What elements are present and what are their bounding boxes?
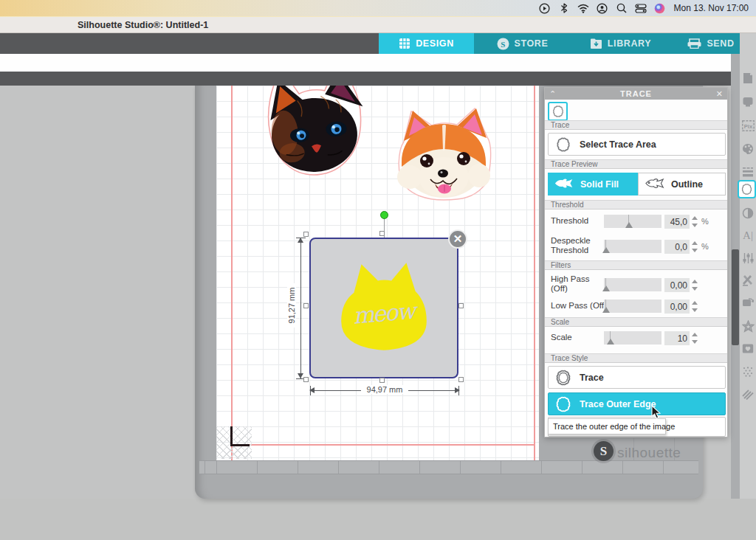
trace-style-trace-button[interactable]: Trace <box>548 366 726 389</box>
deselect-close-icon[interactable]: ✕ <box>448 229 467 249</box>
macos-menu-bar: Mon 13. Nov 17:00 <box>0 0 756 16</box>
trace-outer-edge-button[interactable]: Trace Outer Edge <box>548 392 726 415</box>
selection-handle-mid-right[interactable] <box>458 303 464 308</box>
scale-row: Scale 10 <box>545 331 727 349</box>
send-printer-icon <box>687 38 701 49</box>
tab-send-label: SEND <box>707 38 734 49</box>
wifi-icon[interactable] <box>574 0 593 16</box>
tab-library[interactable]: LIBRARY <box>574 33 667 54</box>
solid-fish-icon <box>554 178 576 191</box>
high-pass-slider[interactable] <box>604 278 662 291</box>
tab-design[interactable]: DESIGN <box>379 33 474 54</box>
scale-slider[interactable] <box>604 331 662 345</box>
selection-handle-top-mid[interactable] <box>379 231 385 236</box>
mouse-cursor <box>651 405 661 419</box>
low-pass-stepper[interactable] <box>692 300 698 313</box>
panel-close-icon[interactable]: ✕ <box>716 88 723 100</box>
window-title-bar[interactable]: Silhouette Studio®: Untitled-1 <box>0 16 756 33</box>
tab-store-label: STORE <box>515 38 549 49</box>
selection-handle-bottom-left[interactable] <box>303 377 309 382</box>
threshold-value[interactable]: 45,0 <box>664 215 690 229</box>
color-palette-icon[interactable] <box>741 142 755 156</box>
selection-handle-bottom-mid[interactable] <box>379 378 385 383</box>
sticker-applique-icon[interactable] <box>741 342 755 355</box>
threshold-row: Threshold 45,0 % <box>545 215 727 232</box>
hatch-lines-icon[interactable] <box>741 387 755 401</box>
despeckle-value[interactable]: 0,0 <box>664 240 690 254</box>
knife-eraser-tools-icon[interactable] <box>741 274 755 287</box>
outline-fish-icon <box>645 178 667 191</box>
outline-toggle[interactable]: Outline <box>638 173 726 195</box>
low-pass-slider[interactable] <box>604 300 662 313</box>
tab-store[interactable]: S STORE <box>480 33 565 54</box>
scrollbar-thumb[interactable] <box>732 249 739 345</box>
solid-fill-toggle[interactable]: Solid Fill <box>548 173 638 195</box>
low-pass-value[interactable]: 0,00 <box>664 300 690 314</box>
selection-handle-mid-left[interactable] <box>303 303 309 308</box>
section-threshold: Threshold <box>545 200 727 210</box>
mat-ruler-strip: 12 <box>199 460 698 474</box>
pixscan-icon[interactable]: Pix <box>741 119 755 132</box>
trace-panel-icon-active[interactable] <box>738 180 756 198</box>
despeckle-stepper[interactable] <box>692 240 698 253</box>
selection-handle-top-left[interactable] <box>303 232 309 237</box>
selection-height-label: 91,27 mm <box>287 283 296 328</box>
trace-style-icon <box>554 369 573 387</box>
vertical-scrollbar[interactable] <box>731 54 740 503</box>
black-cat-image[interactable] <box>255 86 373 179</box>
text-style-icon[interactable]: A| <box>741 229 755 242</box>
stipple-icon[interactable] <box>741 365 755 378</box>
scale-value[interactable]: 10 <box>664 331 690 345</box>
trace-tool-button[interactable] <box>548 102 568 121</box>
app-tab-bar: DESIGN S STORE LIBRARY SEND <box>0 33 756 54</box>
select-trace-area-button[interactable]: Select Trace Area <box>548 133 726 156</box>
offset-icon[interactable] <box>741 319 755 333</box>
section-trace-style: Trace Style <box>545 353 727 363</box>
low-pass-row: Low Pass (Off) 0,00 <box>545 300 727 317</box>
svg-text:S: S <box>501 39 506 48</box>
bluetooth-icon[interactable] <box>554 0 574 16</box>
section-trace: Trace <box>545 120 727 130</box>
tab-library-label: LIBRARY <box>608 38 651 49</box>
cutting-mat-setup-icon[interactable] <box>741 95 755 108</box>
adjust-contrast-icon[interactable] <box>741 207 755 220</box>
section-trace-preview: Trace Preview <box>545 159 727 169</box>
dimension-arrow-up <box>298 238 303 243</box>
document-page[interactable]: meow ✕ 91,27 mm 94,97 mm <box>216 86 539 460</box>
spotlight-search-icon[interactable] <box>612 0 631 16</box>
transform-panel-icon[interactable] <box>741 252 755 265</box>
trace-panel-header[interactable]: TRACE <box>545 88 727 100</box>
siri-icon[interactable] <box>650 0 670 16</box>
selection-handle-bottom-right[interactable] <box>458 377 464 382</box>
threshold-slider[interactable] <box>604 215 662 228</box>
image-effects-icon[interactable] <box>741 296 755 309</box>
tooltip: Trace the outer edge of the image <box>548 418 666 435</box>
panel-collapse-icon[interactable]: ⌃ <box>549 88 556 100</box>
window-title: Silhouette Studio®: Untitled-1 <box>78 20 208 30</box>
registration-crosshatch <box>216 426 252 459</box>
threshold-stepper[interactable] <box>692 215 698 228</box>
rotation-handle[interactable] <box>380 211 388 219</box>
despeckle-slider[interactable] <box>604 240 662 253</box>
height-dimension-line <box>300 239 301 378</box>
cut-border-right <box>534 86 535 460</box>
menu-bar-clock[interactable]: Mon 13. Nov 17:00 <box>670 3 756 13</box>
trace-outer-edge-icon <box>554 395 573 413</box>
dimension-arrow-down <box>298 373 303 378</box>
user-account-icon[interactable] <box>593 0 612 16</box>
trace-selection-area[interactable]: meow <box>309 238 458 378</box>
line-style-icon[interactable] <box>741 165 755 179</box>
shiba-dog-image[interactable] <box>394 108 497 201</box>
toolbar-empty-strip <box>0 54 731 72</box>
page-setup-icon[interactable] <box>741 72 755 85</box>
control-center-icon[interactable] <box>631 0 650 16</box>
mat-brand-text: silhouette <box>617 445 681 461</box>
high-pass-value[interactable]: 0,00 <box>664 278 690 292</box>
scale-stepper[interactable] <box>692 332 698 345</box>
play-circle-icon[interactable] <box>535 0 554 16</box>
svg-text:Pix: Pix <box>743 122 752 129</box>
silhouette-logo-icon: S <box>594 441 614 461</box>
high-pass-stepper[interactable] <box>692 279 698 291</box>
right-tool-sidebar: Pix A| <box>740 33 756 540</box>
yellow-cat-sticker: meow <box>331 260 436 357</box>
